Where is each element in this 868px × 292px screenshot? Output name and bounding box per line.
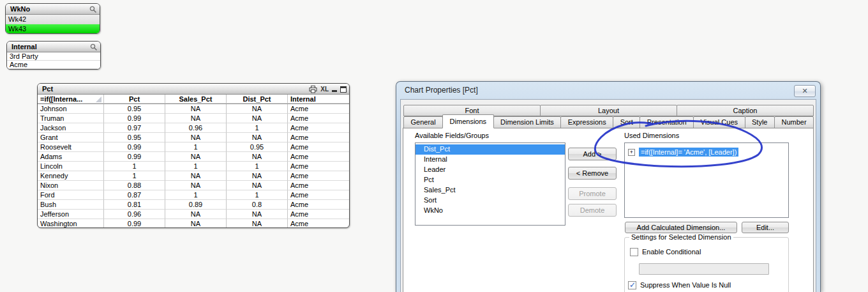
table-cell[interactable]: NA (165, 171, 227, 181)
excel-export-icon[interactable]: XL (320, 85, 329, 93)
field-item-internal[interactable]: Internal (415, 155, 565, 165)
table-cell[interactable]: 1 (104, 171, 165, 181)
table-cell[interactable]: Ford (38, 190, 104, 200)
used-dimension-row[interactable]: + =if([Internal]= 'Acme', [Leader]) (628, 148, 788, 157)
table-cell[interactable]: Acme (288, 210, 349, 219)
maximize-icon[interactable] (340, 86, 347, 93)
promote-button[interactable]: Promote (568, 187, 617, 200)
printer-icon[interactable] (309, 86, 317, 93)
edit-button[interactable]: Edit... (742, 222, 789, 233)
table-cell[interactable]: 0.8 (227, 200, 288, 210)
table-cell[interactable]: Acme (288, 171, 349, 181)
pct-table-caption[interactable]: Pct XL (38, 84, 349, 95)
listbox-item-acme[interactable]: Acme (7, 61, 100, 69)
table-cell[interactable]: Acme (288, 133, 349, 142)
table-cell[interactable]: 1 (104, 162, 165, 171)
minimize-icon[interactable] (332, 86, 337, 92)
add-button[interactable]: Add > (568, 148, 617, 160)
table-cell[interactable]: NA (165, 133, 227, 142)
tab-caption[interactable]: Caption (677, 105, 814, 116)
enable-conditional-checkbox[interactable] (630, 248, 638, 256)
table-cell[interactable]: 0.95 (104, 104, 165, 114)
table-cell[interactable]: 1 (165, 162, 227, 171)
table-cell[interactable]: Acme (288, 142, 349, 152)
table-cell[interactable]: 0.99 (104, 152, 165, 162)
tab-presentation[interactable]: Presentation (640, 116, 694, 128)
field-item-leader[interactable]: Leader (415, 165, 565, 175)
table-cell[interactable]: Truman (38, 114, 104, 123)
column-header-dist-pct[interactable]: Dist_Pct (227, 95, 288, 104)
table-cell[interactable]: 0.87 (104, 190, 165, 200)
table-cell[interactable]: 0.95 (227, 142, 288, 152)
column-header-sales-pct[interactable]: Sales_Pct (165, 95, 227, 104)
table-cell[interactable]: 1 (165, 190, 227, 200)
column-header-internal[interactable]: Internal (288, 95, 349, 104)
table-cell[interactable]: 0.96 (104, 210, 165, 219)
column-header-pct[interactable]: Pct (104, 95, 165, 104)
table-cell[interactable]: 1 (227, 123, 288, 133)
tab-dimensions[interactable]: Dimensions (442, 114, 493, 128)
table-cell[interactable]: NA (165, 152, 227, 162)
table-cell[interactable]: 0.89 (165, 200, 227, 210)
field-item-sales-pct[interactable]: Sales_Pct (415, 185, 565, 196)
table-cell[interactable]: 1 (227, 190, 288, 200)
tab-expressions[interactable]: Expressions (560, 116, 613, 128)
field-item-pct[interactable]: Pct (415, 175, 565, 185)
table-cell[interactable]: NA (227, 171, 288, 181)
suppress-null-checkbox[interactable] (628, 281, 636, 289)
table-cell[interactable]: NA (165, 181, 227, 190)
table-cell[interactable]: Nixon (38, 181, 104, 190)
table-cell[interactable]: NA (227, 152, 288, 162)
tab-visual-cues[interactable]: Visual Cues (693, 116, 745, 128)
table-cell[interactable]: 0.88 (104, 181, 165, 190)
table-cell[interactable]: NA (227, 104, 288, 114)
table-cell[interactable]: Johnson (38, 104, 104, 114)
table-cell[interactable]: Washington (38, 219, 104, 228)
search-icon[interactable] (89, 6, 97, 13)
internal-listbox-caption[interactable]: Internal (7, 42, 100, 52)
table-cell[interactable]: 0.99 (104, 114, 165, 123)
table-cell[interactable]: Acme (288, 162, 349, 171)
table-cell[interactable]: 0.99 (104, 142, 165, 152)
table-cell[interactable]: 0.81 (104, 200, 165, 210)
dialog-title[interactable]: Chart Properties [Pct] (405, 86, 478, 95)
add-calculated-dimension-button[interactable]: Add Calculated Dimension... (625, 222, 737, 233)
conditional-expression-input[interactable] (639, 263, 769, 275)
table-cell[interactable]: NA (227, 181, 288, 190)
table-cell[interactable]: NA (165, 219, 227, 228)
used-dimension-expression[interactable]: =if([Internal]= 'Acme', [Leader]) (639, 148, 738, 157)
table-cell[interactable]: Lincoln (38, 162, 104, 171)
table-cell[interactable]: NA (165, 104, 227, 114)
table-cell[interactable]: NA (165, 210, 227, 219)
table-cell[interactable]: Acme (288, 152, 349, 162)
table-cell[interactable]: Kennedy (38, 171, 104, 181)
table-cell[interactable]: 0.97 (104, 123, 165, 133)
demote-button[interactable]: Demote (568, 204, 617, 217)
field-item-wkno[interactable]: WkNo (415, 206, 565, 216)
table-cell[interactable]: 0.96 (165, 123, 227, 133)
table-cell[interactable]: Jackson (38, 123, 104, 133)
field-item-dist-pct[interactable]: Dist_Pct (415, 144, 565, 155)
table-cell[interactable]: Roosevelt (38, 142, 104, 152)
wkno-listbox-caption[interactable]: WkNo (6, 4, 100, 15)
listbox-item-wk42[interactable]: Wk42 (6, 15, 100, 24)
tab-style[interactable]: Style (745, 116, 775, 128)
table-cell[interactable]: Acme (288, 219, 349, 228)
table-cell[interactable]: Grant (38, 133, 104, 142)
table-cell[interactable]: NA (227, 210, 288, 219)
table-cell[interactable]: 0.95 (104, 133, 165, 142)
search-icon[interactable] (90, 43, 98, 51)
table-cell[interactable]: Bush (38, 200, 104, 210)
expand-icon[interactable]: + (628, 149, 635, 156)
listbox-item-wk43[interactable]: Wk43 (6, 24, 100, 34)
column-header-if-interna[interactable]: =if([Interna... (38, 95, 104, 104)
table-cell[interactable]: 1 (227, 162, 288, 171)
table-cell[interactable]: 1 (165, 142, 227, 152)
table-cell[interactable]: Acme (288, 123, 349, 133)
table-cell[interactable]: NA (165, 114, 227, 123)
table-cell[interactable]: Acme (288, 104, 349, 114)
table-cell[interactable]: 0.99 (104, 219, 165, 228)
table-cell[interactable]: NA (227, 114, 288, 123)
field-item-sort[interactable]: Sort (415, 196, 565, 206)
tab-number[interactable]: Number (774, 116, 814, 128)
